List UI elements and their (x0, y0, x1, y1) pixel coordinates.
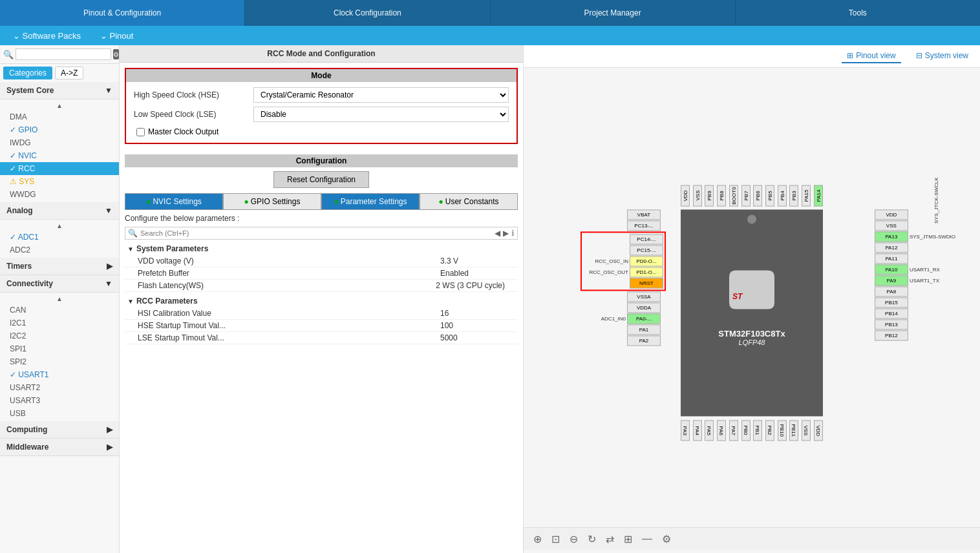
pin-pb6: PB6 (753, 185, 762, 206)
params-search-input[interactable] (140, 229, 492, 237)
master-clock-checkbox[interactable] (136, 128, 145, 136)
pin-pa6: PA6 (717, 420, 726, 441)
master-clock-label: Master Clock Output (148, 127, 218, 136)
sidebar-item-iwdg[interactable]: IWDG (0, 136, 119, 149)
section-connectivity-header[interactable]: Connectivity ▼ (0, 275, 119, 293)
chip-body: ST STM32F103C8Tx LQFP48 (681, 209, 823, 416)
tab-categories[interactable]: Categories (3, 67, 52, 79)
scroll-up-btn[interactable]: ▲ (0, 101, 119, 110)
sidebar-item-can[interactable]: CAN (0, 304, 119, 317)
sidebar-item-usb[interactable]: USB (0, 407, 119, 420)
sidebar: 🔍 ⚙ Categories A->Z System Core ▼ ▲ DMA … (0, 45, 120, 553)
pinout-view-icon: ⊞ (847, 51, 853, 60)
section-computing: Computing ▶ (0, 421, 119, 439)
red-box-area: PC14-... PC15-... RCC_OSC_IN PD0-O... RC… (581, 231, 666, 291)
sidebar-item-dma[interactable]: DMA (0, 110, 119, 123)
lse-label: Low Speed Clock (LSE) (134, 110, 253, 119)
sidebar-item-usart3[interactable]: USART3 (0, 394, 119, 407)
config-tabs: ●NVIC Settings ●GPIO Settings ●Parameter… (125, 193, 518, 210)
sidebar-settings-icon[interactable]: ⚙ (113, 49, 119, 59)
sidebar-item-rcc[interactable]: ✓ RCC (0, 162, 119, 175)
section-system-core-items: ▲ DMA ✓ GPIO IWDG ✓ NVIC ✓ RCC ⚠ SYS WWD… (0, 99, 119, 202)
settings-bottom-icon[interactable]: ⚙ (662, 533, 671, 545)
sidebar-item-i2c1[interactable]: I2C1 (0, 317, 119, 329)
section-middleware-header[interactable]: Middleware ▶ (0, 439, 119, 456)
config-panel-title: RCC Mode and Configuration (120, 45, 523, 63)
section-middleware: Middleware ▶ (0, 439, 119, 456)
conn-scroll-up[interactable]: ▲ (0, 294, 119, 304)
rotate-icon[interactable]: ↻ (588, 533, 596, 545)
section-analog-header[interactable]: Analog ▼ (0, 202, 119, 220)
pin-pb9: PB9 (705, 185, 714, 206)
expand-arrow-icon: ▼ (127, 245, 134, 253)
sidebar-item-i2c2[interactable]: I2C2 (0, 329, 119, 342)
chip-name-label: STM32F103C8Tx (718, 329, 785, 339)
sidebar-item-spi1[interactable]: SPI1 (0, 342, 119, 355)
pin-pa3: PA3 (681, 420, 690, 441)
param-lse-startup: LSE Startup Timout Val... 5000 (125, 332, 518, 344)
fit-view-icon[interactable]: ⊡ (551, 533, 560, 545)
left-pin-pd0: RCC_OSC_IN PD0-O... (583, 256, 663, 266)
sidebar-item-nvic[interactable]: ✓ NVIC (0, 149, 119, 162)
pinout-view-btn[interactable]: ⊞ Pinout view (842, 49, 900, 63)
zoom-out-icon[interactable]: ⊖ (570, 533, 578, 545)
left-pin-vssa: VSSA (581, 291, 666, 302)
sub-nav-pinout[interactable]: ⌄ Pinout (100, 31, 133, 41)
nav-tools[interactable]: Tools (736, 0, 980, 26)
left-pin-pc13: PC13-... (581, 220, 666, 231)
next-result-icon[interactable]: ▶ (503, 229, 509, 238)
sidebar-item-usart1[interactable]: ✓ USART1 (0, 368, 119, 381)
prev-result-icon[interactable]: ◀ (495, 229, 500, 238)
section-timers-header[interactable]: Timers ▶ (0, 258, 119, 275)
dash-icon[interactable]: — (642, 533, 652, 545)
chip-notch (747, 214, 756, 224)
nav-clock-configuration[interactable]: Clock Configuration (245, 0, 490, 26)
reset-configuration-button[interactable]: Reset Configuration (273, 171, 369, 188)
pin-pa15: PA15 (802, 185, 811, 206)
hse-select[interactable]: Crystal/Ceramic Resonator Disable BYPASS… (253, 87, 509, 103)
tab-az[interactable]: A->Z (55, 67, 83, 79)
tab-user-constants[interactable]: ●User Constants (420, 193, 518, 210)
sidebar-item-wwdg[interactable]: WWDG (0, 188, 119, 201)
grid-icon[interactable]: ⊞ (624, 533, 632, 545)
pin-pb7: PB7 (741, 185, 751, 206)
chip-canvas: SYS_JTCK-SWCLK VDD VSS PB9 PB8 BOOT0 PB7… (524, 68, 980, 550)
right-pin-pa12: PA12 (875, 242, 955, 253)
system-params-title[interactable]: ▼ System Parameters (125, 242, 518, 255)
section-computing-header[interactable]: Computing ▶ (0, 421, 119, 439)
right-pin-pb15: PB15 (875, 297, 955, 308)
sidebar-item-adc1[interactable]: ✓ ADC1 (0, 231, 119, 244)
system-view-btn[interactable]: ⊟ System view (911, 49, 974, 63)
sidebar-item-adc2[interactable]: ADC2 (0, 244, 119, 256)
system-params-group: ▼ System Parameters VDD voltage (V) 3.3 … (125, 242, 518, 292)
tab-parameter-settings[interactable]: ●Parameter Settings (321, 193, 420, 210)
chip-view-header: ⊞ Pinout view ⊟ System view (524, 45, 980, 68)
sidebar-item-spi2[interactable]: SPI2 (0, 355, 119, 368)
sub-nav-software-packs[interactable]: ⌄ Software Packs (13, 31, 81, 41)
top-navigation: Pinout & Configuration Clock Configurati… (0, 0, 980, 26)
left-pins: VBAT PC13-... PC14-... (581, 209, 666, 346)
tab-gpio-settings[interactable]: ●GPIO Settings (223, 193, 321, 210)
sidebar-item-sys[interactable]: ⚠ SYS (0, 175, 119, 188)
nav-project-manager[interactable]: Project Manager (491, 0, 736, 26)
section-system-core-header[interactable]: System Core ▼ (0, 82, 119, 99)
lse-select[interactable]: Disable BYPASS Clock Source Crystal/Cera… (253, 107, 509, 122)
pin-pb5: PB5 (765, 185, 774, 206)
param-hse-startup: HSE Startup Timout Val... 100 (125, 320, 518, 332)
analog-scroll-up[interactable]: ▲ (0, 221, 119, 231)
sidebar-item-gpio[interactable]: ✓ GPIO (0, 123, 119, 136)
nav-pinout-configuration[interactable]: Pinout & Configuration (0, 0, 245, 26)
rcc-params-title[interactable]: ▼ RCC Parameters (125, 295, 518, 308)
sidebar-item-usart2[interactable]: USART2 (0, 381, 119, 394)
lse-row: Low Speed Clock (LSE) Disable BYPASS Clo… (131, 107, 511, 122)
param-vdd-voltage: VDD voltage (V) 3.3 V (125, 255, 518, 267)
zoom-in-icon[interactable]: ⊕ (533, 533, 542, 545)
config-panel: RCC Mode and Configuration Mode High Spe… (120, 45, 524, 553)
sidebar-search-input[interactable] (16, 48, 111, 60)
configuration-section: Configuration Reset Configuration ●NVIC … (125, 154, 518, 347)
flip-icon[interactable]: ⇄ (606, 533, 614, 545)
pin-vss-top: VSS (693, 185, 702, 206)
chevron-right-icon-comp: ▶ (107, 425, 112, 434)
master-clock-row: Master Clock Output (131, 126, 511, 138)
tab-nvic-settings[interactable]: ●NVIC Settings (125, 193, 223, 210)
